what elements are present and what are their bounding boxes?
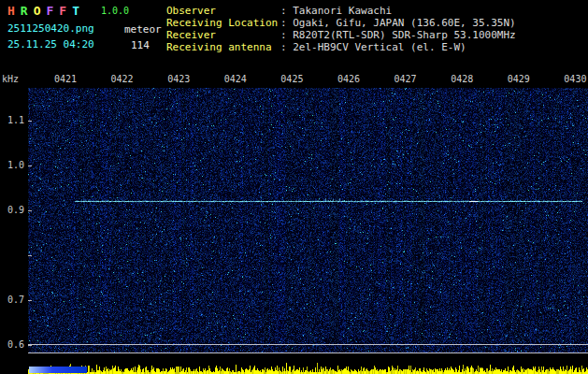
freq-axis-label: 1.0 [0,160,24,170]
info-value-receiver: : R820T2(RTL-SDR) SDR-Sharp 53.1000MHz [280,29,516,41]
color-scale-legend [29,367,87,373]
spectrogram-canvas [28,88,588,344]
hrofft-window: HROFFT 1.0.0 2511250420.png meteor 25.11… [0,0,588,374]
time-axis-label: 0429 [508,74,530,84]
info-label-antenna: Receiving antenna [166,41,280,53]
title-letter: T [72,4,79,18]
time-axis-label: 0427 [394,74,417,84]
info-row-receiver: Receiver : R820T2(RTL-SDR) SDR-Sharp 53.… [166,29,516,41]
time-axis-label: 0421 [54,74,77,84]
freq-axis-label: 0.6 [0,339,24,350]
freq-axis: 1.11.00.90.70.6 [0,0,24,374]
info-label-location: Receiving Location [166,17,280,29]
time-axis-label: 0424 [224,74,247,84]
info-label-receiver: Receiver [166,29,280,41]
info-row-location: Receiving Location : Ogaki, Gifu, JAPAN … [166,17,516,29]
time-axis-label: 0422 [111,74,134,84]
title-letter: F [59,4,66,18]
info-row-observer: Observer : Takanori Kawachi [166,5,516,17]
time-axis-label: 0423 [167,74,190,84]
time-axis-label: 0430 [564,74,586,84]
time-axis: 0421042204230424042504260427042804290430 [0,74,588,85]
freq-axis-tick [28,255,32,256]
observation-info: Observer : Takanori Kawachi Receiving Lo… [166,5,516,53]
freq-axis-label: 1.1 [0,115,24,125]
freq-axis-tick [28,345,32,346]
time-axis-label: 0428 [451,74,473,84]
time-axis-label: 0425 [280,74,303,84]
plot-divider-line-lower [28,352,588,353]
freq-axis-label: 0.9 [0,205,24,215]
time-axis-label: 0426 [337,74,360,84]
info-row-antenna: Receiving antenna : 2el-HB9CV Vertical (… [166,41,516,53]
freq-axis-tick [28,165,32,166]
echo-count: 114 [131,39,150,51]
mode-label: meteor [124,23,162,36]
title-letter: F [46,4,53,18]
freq-axis-tick [28,300,32,301]
info-label-observer: Observer [166,5,280,17]
freq-axis-tick [28,210,32,211]
title-letter: O [34,4,41,18]
signal-level-canvas [28,359,588,374]
info-value-location: : Ogaki, Gifu, JAPAN (136.60E, 35.35N) [280,17,516,29]
info-value-observer: : Takanori Kawachi [280,5,392,17]
freq-axis-label: 0.7 [0,295,24,305]
freq-axis-tick [28,121,32,122]
app-version: 1.0.0 [101,6,129,16]
spectrogram-strip-canvas [28,345,588,352]
info-value-antenna: : 2el-HB9CV Vertical (el. E-W) [280,41,466,53]
